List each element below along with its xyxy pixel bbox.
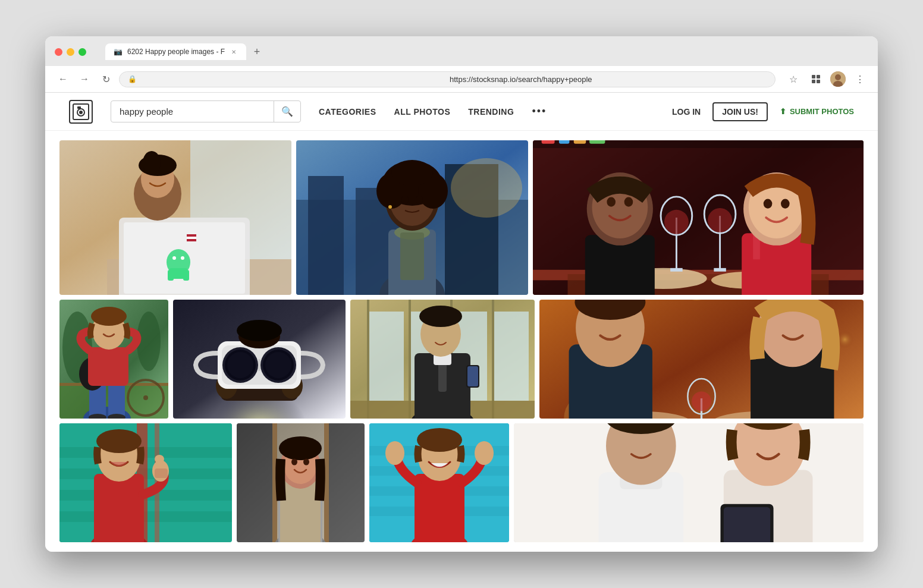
svg-point-17 [172,256,176,260]
login-button[interactable]: LOG IN [672,107,701,117]
list-item[interactable] [173,300,346,419]
nav-all-photos[interactable]: ALL PHOTOS [394,107,451,117]
search-button[interactable]: 🔍 [274,101,300,122]
url-text: https://stocksnap.io/search/happy+people [450,75,767,84]
close-button[interactable] [55,48,62,56]
svg-point-10 [79,111,83,114]
svg-rect-110 [258,359,260,371]
list-item[interactable] [369,423,509,542]
submit-icon: ⬆ [780,107,786,116]
svg-rect-190 [415,474,464,542]
svg-point-45 [391,160,433,186]
list-item[interactable] [539,300,864,419]
title-bar: 📷 6202 Happy people images - F ✕ + [45,36,878,66]
svg-point-191 [385,441,404,465]
new-tab-button[interactable]: + [249,43,265,60]
svg-point-132 [419,306,462,327]
photo-grid [45,131,878,552]
list-item[interactable] [59,140,291,295]
tab-bar: 📷 6202 Happy people images - F ✕ + [105,43,265,60]
submit-label: SUBMIT PHOTOS [790,107,854,116]
ssl-lock-icon: 🔒 [128,75,445,83]
svg-rect-2 [812,80,815,83]
svg-rect-25 [187,239,196,241]
svg-rect-9 [77,106,81,109]
svg-rect-53 [559,140,570,144]
active-tab[interactable]: 📷 6202 Happy people images - F ✕ [105,43,246,60]
svg-rect-118 [493,312,529,401]
svg-rect-21 [169,268,187,279]
svg-rect-39 [400,232,424,280]
minimize-button[interactable] [67,48,74,56]
nav-more-button[interactable]: ••• [532,105,547,118]
tab-close-button[interactable]: ✕ [230,48,238,56]
svg-rect-54 [574,140,586,144]
svg-point-29 [143,151,161,175]
page-content: 🔍 CATEGORIES ALL PHOTOS TRENDING ••• LOG… [45,93,878,552]
search-input[interactable] [111,102,274,121]
svg-rect-207 [724,507,770,542]
user-avatar[interactable] [830,71,846,87]
browser-menu-icon[interactable]: ⋮ [852,71,868,87]
svg-rect-55 [589,140,605,144]
svg-rect-177 [280,480,321,542]
list-item[interactable] [296,140,528,295]
browser-nav-bar: ← → ↻ 🔒 https://stocksnap.io/search/happ… [45,66,878,93]
svg-point-112 [237,320,282,341]
address-bar[interactable]: 🔒 https://stocksnap.io/search/happy+peop… [119,71,776,87]
browser-window: 📷 6202 Happy people images - F ✕ + ← → ↻… [45,36,878,552]
forward-button[interactable]: → [76,71,93,87]
svg-rect-94 [88,347,128,386]
svg-rect-0 [812,75,815,78]
nav-categories[interactable]: CATEGORIES [319,107,376,117]
svg-rect-173 [237,423,272,542]
site-header: 🔍 CATEGORIES ALL PHOTOS TRENDING ••• LOG… [45,93,878,131]
svg-point-194 [417,428,462,452]
back-button[interactable]: ← [55,71,71,87]
svg-point-106 [227,352,253,378]
photo-row-3 [59,423,864,542]
list-item[interactable] [237,423,365,542]
list-item[interactable] [514,423,864,542]
list-item[interactable] [59,423,232,542]
svg-rect-32 [308,176,344,295]
tab-title: 6202 Happy people images - F [127,48,225,56]
svg-point-5 [835,74,841,80]
traffic-lights [55,48,86,56]
svg-point-75 [664,210,689,234]
list-item[interactable] [59,300,168,419]
svg-rect-24 [187,237,196,239]
svg-point-18 [181,256,184,260]
svg-rect-80 [714,268,726,272]
svg-rect-166 [155,468,168,478]
svg-point-109 [265,352,291,378]
svg-point-146 [692,392,711,411]
svg-point-165 [155,455,164,463]
nav-trending[interactable]: TRENDING [468,107,514,117]
svg-point-46 [401,196,409,204]
svg-point-192 [475,441,494,465]
photo-row-2 [59,300,864,419]
svg-point-96 [91,307,127,326]
join-button[interactable]: JOIN US! [712,102,768,121]
list-item[interactable] [350,300,535,419]
svg-rect-76 [670,268,682,272]
maximize-button[interactable] [79,48,86,56]
svg-rect-3 [817,80,820,83]
svg-point-48 [388,205,392,209]
svg-rect-23 [187,234,196,237]
svg-point-64 [607,197,616,207]
list-item[interactable] [533,140,864,295]
submit-photos-button[interactable]: ⬆ SUBMIT PHOTOS [780,107,854,116]
svg-point-79 [708,208,732,232]
bookmark-icon[interactable]: ☆ [785,71,802,87]
site-nav: CATEGORIES ALL PHOTOS TRENDING ••• [319,105,654,118]
extensions-icon[interactable] [808,71,824,87]
svg-point-72 [781,199,790,209]
svg-rect-134 [467,366,478,386]
svg-rect-52 [542,140,555,144]
site-logo[interactable] [69,100,93,124]
refresh-button[interactable]: ↻ [98,71,114,87]
svg-point-35 [451,158,522,218]
browser-actions: ☆ ⋮ [785,71,868,87]
